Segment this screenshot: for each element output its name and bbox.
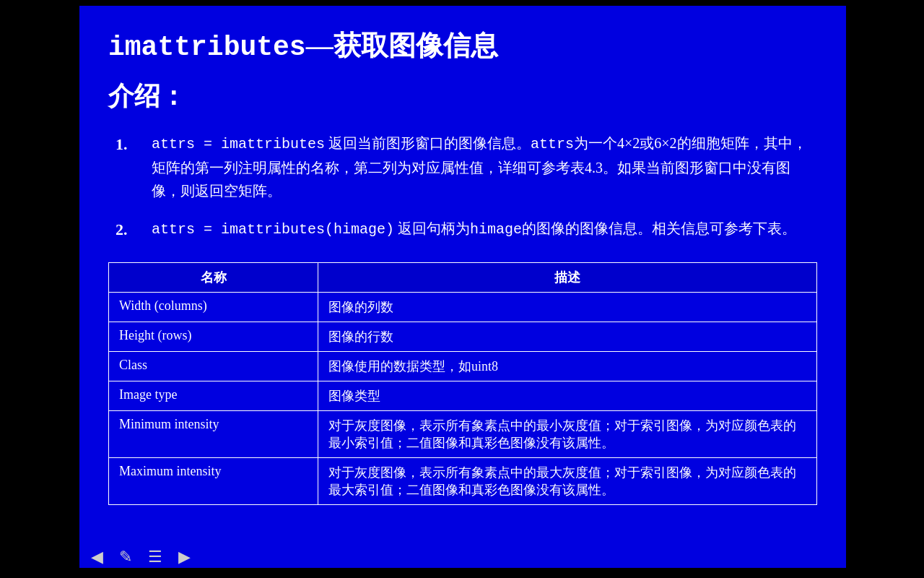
list-desc-2: 返回句柄为himage的图像的图像信息。相关信息可参考下表。 (398, 220, 796, 236)
table-cell-desc: 对于灰度图像，表示所有象素点中的最小灰度值；对于索引图像，为对应颜色表的最小索引… (318, 411, 817, 458)
menu-button[interactable]: ☰ (144, 546, 167, 568)
table-cell-desc: 图像的行数 (318, 322, 817, 352)
list-item: 1. attrs = imattributes 返回当前图形窗口的图像信息。at… (108, 131, 817, 202)
slide: imattributes—获取图像信息 介绍： 1. attrs = imatt… (79, 6, 846, 568)
table-row: Maximum intensity对于灰度图像，表示所有象素点中的最大灰度值；对… (109, 458, 817, 505)
edit-button[interactable]: ✎ (115, 546, 136, 568)
list-text-1: attrs = imattributes 返回当前图形窗口的图像信息。attrs… (152, 131, 817, 202)
title-dash: — (306, 30, 334, 61)
table-cell-desc: 图像的列数 (318, 293, 817, 322)
table-cell-desc: 对于灰度图像，表示所有象素点中的最大灰度值；对于索引图像，为对应颜色表的最大索引… (318, 458, 817, 505)
list-num-2: 2. (108, 217, 152, 242)
table-cell-name: Width (columns) (109, 293, 318, 322)
table-cell-name: Height (rows) (109, 322, 318, 352)
table-cell-desc: 图像使用的数据类型，如uint8 (318, 352, 817, 381)
list-text-2: attrs = imattributes(himage) 返回句柄为himage… (152, 217, 817, 241)
table-header-desc: 描述 (318, 263, 817, 293)
forward-button[interactable]: ▶ (174, 546, 195, 568)
list-item: 2. attrs = imattributes(himage) 返回句柄为him… (108, 217, 817, 242)
table-row: Width (columns)图像的列数 (109, 293, 817, 322)
table-cell-name: Class (109, 352, 318, 381)
title-mono: imattributes (108, 32, 306, 63)
table-row: Minimum intensity对于灰度图像，表示所有象素点中的最小灰度值；对… (109, 411, 817, 458)
attributes-table: 名称 描述 Width (columns)图像的列数Height (rows)图… (108, 262, 817, 505)
table-row: Image type图像类型 (109, 381, 817, 411)
table-row: Height (rows)图像的行数 (109, 322, 817, 352)
list-num-1: 1. (108, 131, 152, 157)
bottom-navigation[interactable]: ◀ ✎ ☰ ▶ (79, 543, 202, 571)
table-cell-desc: 图像类型 (318, 381, 817, 411)
table-cell-name: Image type (109, 381, 318, 411)
back-button[interactable]: ◀ (87, 546, 108, 568)
table-header-name: 名称 (109, 263, 318, 293)
content-list: 1. attrs = imattributes 返回当前图形窗口的图像信息。at… (108, 131, 817, 242)
table-cell-name: Minimum intensity (109, 411, 318, 458)
table-row: Class图像使用的数据类型，如uint8 (109, 352, 817, 381)
slide-title: imattributes—获取图像信息 (108, 27, 817, 64)
list-code-2: attrs = imattributes(himage) (152, 221, 394, 238)
intro-heading: 介绍： (108, 79, 817, 114)
table-cell-name: Maximum intensity (109, 458, 318, 505)
title-cn: 获取图像信息 (334, 30, 498, 61)
list-code-1: attrs = imattributes (152, 136, 325, 152)
